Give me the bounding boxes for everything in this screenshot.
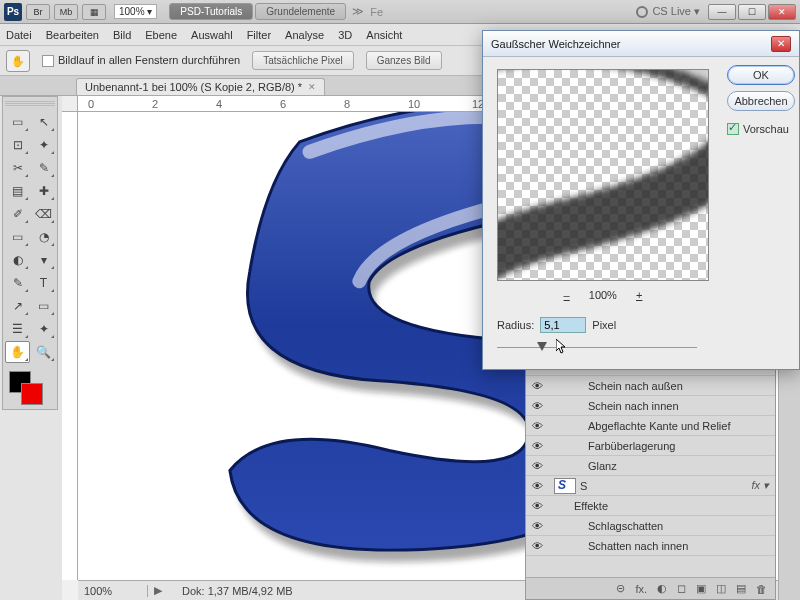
zoom-dropdown[interactable]: 100% ▾ bbox=[114, 4, 157, 19]
layer-effect-row[interactable]: 👁Glanz bbox=[526, 456, 775, 476]
workspace-tabs-more[interactable]: ≫ bbox=[352, 5, 364, 18]
document-tab-close-icon[interactable]: ✕ bbox=[308, 82, 316, 92]
tool-8[interactable]: ✐ bbox=[5, 203, 30, 225]
status-arrow-icon[interactable]: ▶ bbox=[148, 584, 168, 597]
tool-21[interactable]: 🔍 bbox=[31, 341, 56, 363]
window-minimize-button[interactable]: — bbox=[708, 4, 736, 20]
menu-filter[interactable]: Filter bbox=[247, 29, 271, 41]
fit-screen-button[interactable]: Ganzes Bild bbox=[366, 51, 442, 70]
visibility-eye-icon[interactable]: 👁 bbox=[526, 400, 548, 412]
dialog-close-button[interactable]: ✕ bbox=[771, 36, 791, 52]
layers-footer-icon[interactable]: ◐ bbox=[657, 582, 667, 595]
tool-18[interactable]: ☰ bbox=[5, 318, 30, 340]
zoom-in-button[interactable]: + bbox=[632, 289, 646, 301]
visibility-eye-icon[interactable]: 👁 bbox=[526, 480, 548, 492]
layer-fx-badge[interactable]: fx ▾ bbox=[751, 479, 769, 492]
workspace-tab-psdtutorials[interactable]: PSD-Tutorials bbox=[169, 3, 253, 20]
ok-button[interactable]: OK bbox=[727, 65, 795, 85]
menu-bearbeiten[interactable]: Bearbeiten bbox=[46, 29, 99, 41]
layer-effect-row[interactable]: 👁Farbüberlagerung bbox=[526, 436, 775, 456]
status-zoom[interactable]: 100% bbox=[78, 585, 148, 597]
tool-4[interactable]: ✂ bbox=[5, 157, 30, 179]
cs-live-button[interactable]: CS Live ▾ bbox=[636, 5, 700, 18]
color-swatches[interactable] bbox=[5, 369, 55, 405]
layers-panel-footer: ⊝fx.◐◻▣◫▤🗑 bbox=[526, 577, 775, 599]
tool-15[interactable]: T bbox=[31, 272, 56, 294]
layers-footer-icon[interactable]: ▤ bbox=[736, 582, 746, 595]
preview-artwork bbox=[498, 70, 708, 280]
tool-14[interactable]: ✎ bbox=[5, 272, 30, 294]
tool-12[interactable]: ◐ bbox=[5, 249, 30, 271]
minibridge-button[interactable]: Mb bbox=[54, 4, 78, 20]
zoom-out-button[interactable]: – bbox=[560, 289, 574, 301]
layer-effect-row[interactable]: 👁Schein nach innen bbox=[526, 396, 775, 416]
tool-5[interactable]: ✎ bbox=[31, 157, 56, 179]
tool-16[interactable]: ↗ bbox=[5, 295, 30, 317]
viewmode-button[interactable]: ▦ bbox=[82, 4, 106, 20]
slider-thumb[interactable] bbox=[537, 342, 547, 351]
tool-1[interactable]: ↖ bbox=[31, 111, 56, 133]
panel-grip[interactable] bbox=[5, 101, 55, 107]
tool-17[interactable]: ▭ bbox=[31, 295, 56, 317]
scroll-all-windows-checkbox[interactable]: Bildlauf in allen Fenstern durchführen bbox=[42, 54, 240, 67]
effect-label: Farbüberlagerung bbox=[588, 440, 675, 452]
radius-slider[interactable] bbox=[497, 341, 697, 355]
tool-0[interactable]: ▭ bbox=[5, 111, 30, 133]
layer-thumbnail[interactable] bbox=[554, 478, 576, 494]
cancel-button[interactable]: Abbrechen bbox=[727, 91, 795, 111]
radius-input[interactable] bbox=[540, 317, 586, 333]
tool-19[interactable]: ✦ bbox=[31, 318, 56, 340]
status-docsize[interactable]: Dok: 1,37 MB/4,92 MB bbox=[168, 585, 293, 597]
bridge-button[interactable]: Br bbox=[26, 4, 50, 20]
visibility-eye-icon[interactable]: 👁 bbox=[526, 440, 548, 452]
layer-effect-row[interactable]: 👁Schein nach außen bbox=[526, 376, 775, 396]
menu-datei[interactable]: Datei bbox=[6, 29, 32, 41]
layer-effect-row[interactable]: 👁Schatten nach innen bbox=[526, 536, 775, 556]
layers-footer-icon[interactable]: fx. bbox=[635, 583, 647, 595]
tool-6[interactable]: ▤ bbox=[5, 180, 30, 202]
tool-11[interactable]: ◔ bbox=[31, 226, 56, 248]
tool-13[interactable]: ▾ bbox=[31, 249, 56, 271]
tool-10[interactable]: ▭ bbox=[5, 226, 30, 248]
menu-bild[interactable]: Bild bbox=[113, 29, 131, 41]
window-close-button[interactable]: ✕ bbox=[768, 4, 796, 20]
background-color-swatch[interactable] bbox=[21, 383, 43, 405]
document-tab[interactable]: Unbenannt-1 bei 100% (S Kopie 2, RGB/8) … bbox=[76, 78, 325, 95]
hand-tool-icon[interactable]: ✋ bbox=[6, 50, 30, 72]
document-tab-title: Unbenannt-1 bei 100% (S Kopie 2, RGB/8) … bbox=[85, 81, 302, 93]
menu-ansicht[interactable]: Ansicht bbox=[366, 29, 402, 41]
layers-footer-icon[interactable]: ◻ bbox=[677, 582, 686, 595]
tool-7[interactable]: ✚ bbox=[31, 180, 56, 202]
visibility-eye-icon[interactable]: 👁 bbox=[526, 500, 548, 512]
menu-analyse[interactable]: Analyse bbox=[285, 29, 324, 41]
tool-20[interactable]: ✋ bbox=[5, 341, 30, 363]
blur-preview[interactable] bbox=[497, 69, 709, 281]
layer-effect-row[interactable]: 👁Abgeflachte Kante und Relief bbox=[526, 416, 775, 436]
visibility-eye-icon[interactable]: 👁 bbox=[526, 540, 548, 552]
menu-3d[interactable]: 3D bbox=[338, 29, 352, 41]
tool-9[interactable]: ⌫ bbox=[31, 203, 56, 225]
tool-3[interactable]: ✦ bbox=[31, 134, 56, 156]
visibility-eye-icon[interactable]: 👁 bbox=[526, 380, 548, 392]
tool-2[interactable]: ⊡ bbox=[5, 134, 30, 156]
dialog-titlebar[interactable]: Gaußscher Weichzeichner ✕ bbox=[483, 31, 799, 57]
layers-footer-icon[interactable]: ◫ bbox=[716, 582, 726, 595]
layers-footer-icon[interactable]: 🗑 bbox=[756, 583, 767, 595]
app-icon: Ps bbox=[4, 3, 22, 21]
workspace-tab-grundelemente[interactable]: Grundelemente bbox=[255, 3, 346, 20]
layer-effects-header[interactable]: 👁 Effekte bbox=[526, 496, 775, 516]
layer-row-s[interactable]: 👁 S fx ▾ bbox=[526, 476, 775, 496]
visibility-eye-icon[interactable]: 👁 bbox=[526, 460, 548, 472]
menu-auswahl[interactable]: Auswahl bbox=[191, 29, 233, 41]
visibility-eye-icon[interactable]: 👁 bbox=[526, 420, 548, 432]
layers-footer-icon[interactable]: ▣ bbox=[696, 582, 706, 595]
visibility-eye-icon[interactable]: 👁 bbox=[526, 520, 548, 532]
actual-pixels-button[interactable]: Tatsächliche Pixel bbox=[252, 51, 353, 70]
ruler-origin-box[interactable] bbox=[62, 96, 78, 112]
window-maximize-button[interactable]: ☐ bbox=[738, 4, 766, 20]
vertical-ruler[interactable] bbox=[62, 112, 78, 580]
layers-footer-icon[interactable]: ⊝ bbox=[616, 582, 625, 595]
layer-effect-row[interactable]: 👁Schlagschatten bbox=[526, 516, 775, 536]
preview-checkbox[interactable]: Vorschau bbox=[727, 123, 789, 135]
menu-ebene[interactable]: Ebene bbox=[145, 29, 177, 41]
